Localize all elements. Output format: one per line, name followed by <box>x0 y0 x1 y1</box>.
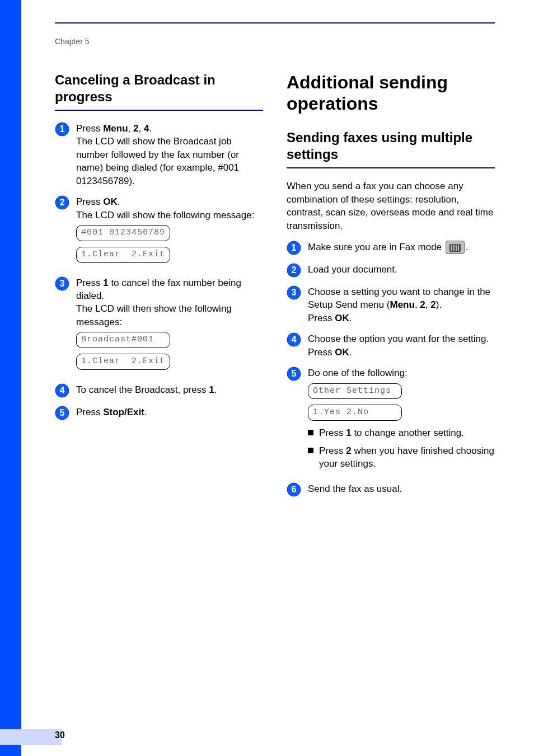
square-bullet-icon <box>308 430 313 435</box>
step-number-badge: 1 <box>287 241 301 255</box>
step-6: 6 Send the fax as usual. <box>287 482 495 497</box>
svg-text:4: 4 <box>60 386 65 395</box>
svg-text:1: 1 <box>292 243 297 252</box>
step-number-badge: 2 <box>55 195 69 210</box>
bullet-item: Press 2 when you have finished choosing … <box>308 444 495 471</box>
svg-text:3: 3 <box>60 279 65 288</box>
step-body: Make sure you are in Fax mode . <box>308 241 495 255</box>
step-body: Do one of the following:Other Settings1.… <box>308 367 495 475</box>
lcd-display: 1.Clear 2.Exit <box>76 247 170 263</box>
svg-text:2: 2 <box>60 198 65 207</box>
step-body: Press Menu, 2, 4.The LCD will show the B… <box>76 122 263 187</box>
fax-mode-icon <box>446 241 465 254</box>
step-3: 3 Press 1 to cancel the fax number being… <box>55 276 263 375</box>
svg-text:5: 5 <box>292 369 297 378</box>
step-body: Press Stop/Exit. <box>76 406 263 420</box>
step-body: Choose the option you want for the setti… <box>308 332 495 359</box>
step-1: 1 Press Menu, 2, 4.The LCD will show the… <box>55 122 263 187</box>
step-4: 4 Choose the option you want for the set… <box>287 332 495 359</box>
left-heading: Canceling a Broadcast in progress <box>55 72 263 105</box>
lcd-display: #001 0123456789 <box>76 225 170 241</box>
step-body: Load your document. <box>308 263 495 278</box>
page-number: 30 <box>55 730 65 740</box>
bullet-item: Press 1 to change another setting. <box>308 426 495 439</box>
step-number-badge: 5 <box>55 406 69 420</box>
step-number-badge: 3 <box>55 276 69 291</box>
right-heading: Sending faxes using multiple settings <box>287 129 495 163</box>
step-number-badge: 1 <box>55 122 69 137</box>
page-content: Chapter 5 Canceling a Broadcast in progr… <box>21 0 534 756</box>
left-column: Canceling a Broadcast in progress 1 Pres… <box>55 72 263 505</box>
step-4: 4 To cancel the Broadcast, press 1. <box>55 383 263 398</box>
top-rule <box>55 22 495 24</box>
svg-text:2: 2 <box>292 265 297 275</box>
step-number-badge: 3 <box>287 285 301 300</box>
lcd-display: 1.Yes 2.No <box>308 405 402 421</box>
step-number-badge: 5 <box>287 367 301 381</box>
step-number-badge: 4 <box>55 383 69 398</box>
lcd-display: Other Settings <box>308 383 402 400</box>
step-body: Press 1 to cancel the fax number being d… <box>76 276 263 375</box>
right-column: Additional sending operations Sending fa… <box>287 72 495 505</box>
right-intro: When you send a fax you can choose any c… <box>287 180 495 233</box>
step-2: 2 Press OK.The LCD will show the followi… <box>55 195 263 268</box>
svg-text:4: 4 <box>292 335 297 344</box>
svg-text:1: 1 <box>60 124 65 134</box>
svg-text:5: 5 <box>60 408 65 417</box>
step-1: 1 Make sure you are in Fax mode . <box>287 241 495 255</box>
blue-sidebar <box>0 0 21 756</box>
step-number-badge: 4 <box>287 332 301 347</box>
lcd-display: 1.Clear 2.Exit <box>76 354 170 370</box>
chapter-label: Chapter 5 <box>55 37 495 46</box>
step-5: 5 Press Stop/Exit. <box>55 406 263 420</box>
right-title: Additional sending operations <box>287 72 495 115</box>
svg-text:6: 6 <box>292 485 297 494</box>
step-number-badge: 2 <box>287 263 301 278</box>
step-5: 5 Do one of the following:Other Settings… <box>287 367 495 475</box>
lcd-display: Broadcast#001 <box>76 332 170 348</box>
step-2: 2 Load your document. <box>287 263 495 278</box>
svg-text:3: 3 <box>292 288 297 297</box>
step-body: Press OK.The LCD will show the following… <box>76 195 263 268</box>
step-body: Send the fax as usual. <box>308 482 495 497</box>
step-body: Choose a setting you want to change in t… <box>308 285 495 325</box>
step-body: To cancel the Broadcast, press 1. <box>76 383 263 398</box>
square-bullet-icon <box>308 448 313 453</box>
step-3: 3 Choose a setting you want to change in… <box>287 285 495 325</box>
step-number-badge: 6 <box>287 482 301 497</box>
